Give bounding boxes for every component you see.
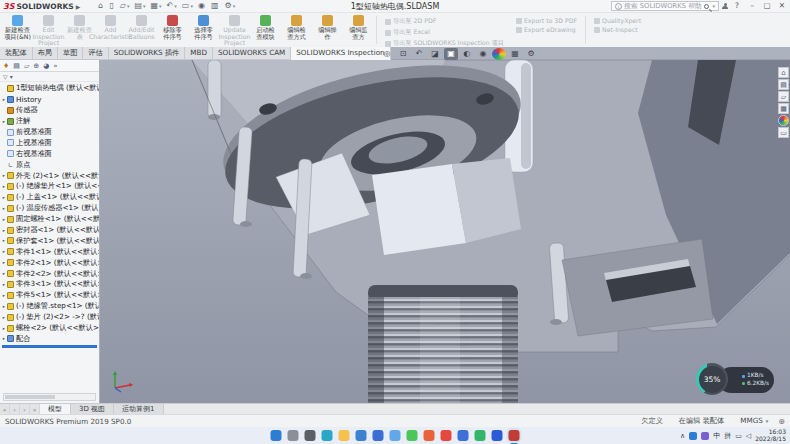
dimxpertmanager-icon[interactable]: ⊕	[33, 60, 39, 72]
feature-tree-item[interactable]: ▸ (-) 绝缘管.step<1> (默认<<默认>	[0, 301, 99, 312]
dropdown-caret-icon[interactable]: ▾	[190, 3, 193, 9]
custom-properties-icon[interactable]: ▭	[778, 127, 789, 138]
featuremanager-icon[interactable]: ♦	[3, 60, 9, 72]
dropdown-caret-icon[interactable]: ▾	[127, 3, 130, 9]
feature-tree-item[interactable]: ▸ (-) 上盖<1> (默认<<默认>_显示状	[0, 192, 99, 203]
tab-scroll-prev-icon[interactable]: ‹	[10, 404, 20, 414]
close-icon[interactable]: ✕	[776, 0, 788, 12]
quick-access-button[interactable]: ◉	[196, 0, 208, 12]
task-view-icon[interactable]	[305, 430, 316, 441]
document-tab[interactable]: 运动算例1	[114, 404, 163, 414]
edge-icon[interactable]	[322, 430, 333, 441]
export-item[interactable]: 导出至 2D PDF	[385, 17, 504, 26]
feature-tree-item[interactable]: 右视基准面	[0, 148, 99, 159]
zoom-fit-icon[interactable]: ◎	[380, 48, 394, 60]
command-tab[interactable]: SOLIDWORKS CAM	[213, 47, 291, 60]
accelerator-ball[interactable]: 35%	[696, 363, 728, 395]
mail-icon[interactable]	[356, 430, 367, 441]
search-box[interactable]: i 搜索 SOLIDWORKS 帮助 ▾	[611, 1, 719, 11]
feature-tree-item[interactable]: ▸ 零件1<1> (默认<<默认>_显示状态	[0, 246, 99, 257]
tab-scroll-next-icon[interactable]: ›	[20, 404, 30, 414]
command-tab[interactable]: 布局	[33, 47, 58, 60]
feature-tree-item[interactable]: ▸ 密封器<1> (默认<<默认>_显示状	[0, 225, 99, 236]
feature-tree-item[interactable]: ▸ 零件2<2> (默认<<默认>_显示状	[0, 268, 99, 279]
ribbon-button[interactable]: 编辑监 查方	[343, 13, 374, 47]
file-explorer-icon[interactable]	[339, 430, 350, 441]
resources-icon[interactable]: ⌂	[778, 67, 789, 78]
view-setting-icon[interactable]: ⚙	[524, 48, 538, 60]
feature-tree-item[interactable]: ▸ History	[0, 94, 99, 105]
view-orientation-icon[interactable]: ▣	[444, 48, 458, 60]
document-tab[interactable]: 3D 视图	[71, 404, 114, 414]
dropdown-caret-icon[interactable]: ▾	[174, 3, 177, 9]
more-tabs-icon[interactable]: »	[53, 60, 57, 72]
previous-view-icon[interactable]: ↶	[412, 48, 426, 60]
help-icon[interactable]: ?	[731, 0, 743, 12]
panel-horizontal-scrollbar[interactable]	[3, 393, 96, 401]
feature-tree-item[interactable]: 上视基准面	[0, 137, 99, 148]
ime-mode[interactable]: 拼	[724, 431, 731, 441]
dropdown-caret-icon[interactable]: ▾	[159, 3, 162, 9]
view-palette-icon[interactable]: ▦	[778, 103, 789, 114]
command-tab[interactable]: 草图	[58, 47, 83, 60]
feature-tree-item[interactable]: ▸ 保护套<1> (默认<<默认>_显示状	[0, 235, 99, 246]
quick-access-button[interactable]: ⚙ ▾	[222, 0, 237, 12]
command-tab[interactable]: SOLIDWORKS 插件	[109, 47, 186, 60]
search-icon[interactable]	[288, 430, 299, 441]
feature-tree-root[interactable]: 1型短轴热电偶 (默认<默认_显示状态-1>	[0, 83, 99, 94]
quick-access-button[interactable]: ▦ ▾	[149, 0, 164, 12]
units-caret-icon[interactable]: ▾	[766, 418, 769, 424]
edit-appearance-icon[interactable]	[492, 48, 506, 60]
tray-network-icon[interactable]	[689, 432, 697, 440]
ribbon-button[interactable]: Edit Inspection Project	[33, 13, 64, 47]
tray-security-icon[interactable]	[701, 432, 709, 440]
export-item[interactable]: QualityXpert	[594, 17, 641, 24]
word-icon[interactable]	[492, 430, 503, 441]
quick-access-button[interactable]: ↶ ▾	[165, 0, 179, 12]
feature-tree-item[interactable]: ▸ 零件5<1> (默认<<默认>_显示状	[0, 290, 99, 301]
feature-tree-item[interactable]: ▸ 零件3<1> (默认<<默认>_显示状	[0, 279, 99, 290]
clock[interactable]: 16:03 2022/8/15	[755, 429, 786, 442]
wechat-icon[interactable]	[407, 430, 418, 441]
start-icon[interactable]	[271, 430, 282, 441]
feature-tree-item[interactable]: ▸ 固定螺栓<1> (默认<<默认>_显示	[0, 214, 99, 225]
configurationmanager-icon[interactable]: ▱	[24, 60, 29, 72]
quick-access-button[interactable]: ▯	[107, 0, 116, 12]
feature-tree-item[interactable]: ▸ (-) 垫片 (2)<2> ->? (默认<<默认	[0, 312, 99, 323]
feature-tree-item[interactable]: ▸ 外壳 (2)<1> (默认<<默认>_显示状	[0, 170, 99, 181]
ribbon-button[interactable]: 移除零 件序号	[157, 13, 188, 47]
restore-icon[interactable]: ▢	[761, 0, 773, 12]
quick-access-button[interactable]: ▥	[209, 0, 222, 12]
ribbon-button[interactable]: Update Inspection Project	[219, 13, 250, 47]
feature-tree-item[interactable]: ▸ 零件2<1> (默认<<默认>_显示状	[0, 257, 99, 268]
reader-icon[interactable]	[458, 430, 469, 441]
ribbon-button[interactable]: 新建检查 项目(&N)	[2, 13, 33, 47]
docs-icon[interactable]	[475, 430, 486, 441]
section-view-icon[interactable]: ◪	[428, 48, 442, 60]
quick-access-button[interactable]: ▭ ▾	[180, 0, 195, 12]
document-tab[interactable]: 模型	[40, 404, 71, 414]
store-icon[interactable]	[373, 430, 384, 441]
scrollbar-thumb[interactable]	[5, 395, 55, 399]
ribbon-button[interactable]: Add/Edit Balloons	[126, 13, 157, 47]
feature-tree-item[interactable]: 传感器	[0, 105, 99, 116]
filter-caret[interactable]: ▾	[10, 73, 13, 80]
tray-expand-icon[interactable]: ∧	[680, 432, 685, 440]
chrome-icon[interactable]	[441, 430, 452, 441]
ribbon-button[interactable]: 编辑操 作	[312, 13, 343, 47]
displaymanager-icon[interactable]: ◕	[43, 60, 49, 72]
solidworks-icon[interactable]	[509, 430, 520, 441]
command-tab[interactable]: MBD	[185, 47, 213, 60]
onedrive-icon[interactable]	[390, 430, 401, 441]
ribbon-button[interactable]: 启动检 查模块	[250, 13, 281, 47]
scene-icon[interactable]: ▦	[508, 48, 522, 60]
export-item[interactable]: Export to 3D PDF	[516, 17, 577, 24]
ime-language[interactable]: 中	[713, 431, 720, 441]
export-item[interactable]: 导出至 Excel	[385, 28, 504, 37]
search-dropdown-icon[interactable]: ▾	[712, 3, 715, 9]
feature-tree-item[interactable]: ▸ 注解	[0, 116, 99, 127]
hide-items-icon[interactable]: ◉	[476, 48, 490, 60]
feature-tree-item[interactable]: ▸ (-) 温度传感器<1> (默认<<默认>_	[0, 203, 99, 214]
quick-access-button[interactable]: ⌂	[96, 0, 106, 12]
status-globe-icon[interactable]: ⊕	[778, 417, 785, 426]
